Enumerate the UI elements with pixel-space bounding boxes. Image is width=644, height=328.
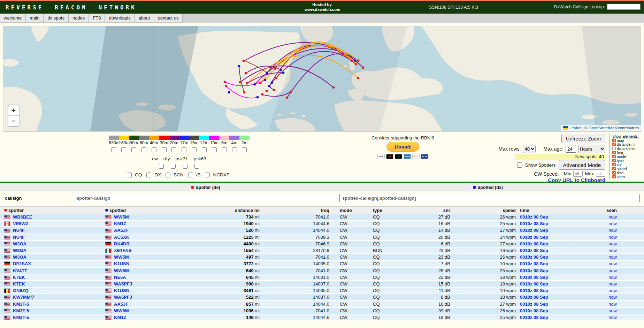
spotter-callsign-link[interactable]: KM3T-5 <box>13 308 29 313</box>
spotter-callsign-link[interactable]: W3OA <box>13 241 26 246</box>
zoom-in-button[interactable]: + <box>8 105 19 116</box>
seen-link[interactable]: now <box>608 302 617 307</box>
spotted-callsign-link[interactable]: WW5M <box>114 254 129 260</box>
time-link[interactable]: 0010z 08 Sep <box>520 254 548 260</box>
world-map[interactable]: + − Leaflet | © OpenStreetMap contributo… <box>3 26 641 131</box>
band-checkbox-12m[interactable] <box>202 147 207 152</box>
spotted-callsign-link[interactable]: WW5M <box>114 268 129 273</box>
nav-item-main[interactable]: main <box>26 14 44 23</box>
seen-link[interactable]: now <box>608 248 617 253</box>
seen-link[interactable]: now <box>608 214 617 220</box>
seen-link[interactable]: now <box>608 241 617 246</box>
seen-link[interactable]: now <box>608 235 617 240</box>
spotter-callsign-link[interactable]: K7EK <box>13 275 25 280</box>
mode-checkbox-psk31[interactable] <box>183 164 187 169</box>
spotter-map-dot[interactable] <box>357 60 360 62</box>
nav-item-downloads[interactable]: downloads <box>105 14 135 23</box>
spotter-callsign-link[interactable]: K7EK <box>13 281 25 287</box>
time-link[interactable]: 0010z 08 Sep <box>520 235 548 240</box>
time-link[interactable]: 0010z 08 Sep <box>520 295 548 300</box>
callsign-lookup-input[interactable] <box>607 4 641 10</box>
spotted-callsign-link[interactable]: WW5M <box>114 214 129 220</box>
spotter-callsign-link[interactable]: KW7MM/7 <box>13 295 34 300</box>
show-element-checkbox-snr[interactable] <box>612 163 616 166</box>
spotter-map-dot[interactable] <box>362 67 365 69</box>
time-link[interactable]: 0010z 08 Sep <box>520 214 548 220</box>
band-checkbox-6m[interactable] <box>222 147 227 152</box>
seen-link[interactable]: now <box>608 228 617 233</box>
osm-link[interactable]: OpenStreetMap <box>589 126 617 130</box>
spotter-callsign-input[interactable] <box>74 194 337 202</box>
spotter-map-dot[interactable] <box>243 91 246 94</box>
advanced-mode-button[interactable]: Advanced Mode <box>559 160 605 170</box>
type-checkbox-DX[interactable] <box>146 173 151 177</box>
show-element-checkbox-speed[interactable] <box>612 167 616 170</box>
spotted-callsign-link[interactable]: WW5M <box>114 308 129 313</box>
nav-item-contact-us[interactable]: contact us <box>154 14 183 23</box>
leaflet-link[interactable]: Leaflet <box>569 126 582 130</box>
mode-checkbox-psk63[interactable] <box>194 164 199 169</box>
spotter-map-dot[interactable] <box>274 68 277 70</box>
spotter-map-dot[interactable] <box>225 85 228 87</box>
spotted-map-dot[interactable] <box>228 91 230 94</box>
spotted-map-dot[interactable] <box>268 85 271 87</box>
spotter-callsign-link[interactable]: KV4TT <box>13 268 27 273</box>
spotter-callsign-link[interactable]: W3OA <box>13 254 26 260</box>
spotter-map-dot[interactable] <box>224 81 226 83</box>
type-checkbox-NCDXF[interactable] <box>205 173 210 177</box>
spotter-map-dot[interactable] <box>266 90 268 92</box>
time-link[interactable]: 0010z 08 Sep <box>520 308 548 313</box>
spotter-map-dot[interactable] <box>332 86 335 89</box>
spotter-map-dot[interactable] <box>245 72 247 75</box>
nav-item-nodes[interactable]: nodes <box>69 14 89 23</box>
donate-button[interactable]: Donate <box>386 142 419 152</box>
band-checkbox-2m[interactable] <box>242 147 247 152</box>
spotter-map-dot[interactable] <box>286 97 289 99</box>
seen-link[interactable]: now <box>608 275 617 280</box>
spotted-map-dot[interactable] <box>282 72 285 74</box>
spotted-map-dot[interactable] <box>271 82 273 84</box>
seen-link[interactable]: now <box>608 288 617 293</box>
spotter-map-dot[interactable] <box>239 81 242 84</box>
spotted-map-dot[interactable] <box>254 83 256 86</box>
time-link[interactable]: 0010z 08 Sep <box>520 268 548 273</box>
show-element-checkbox-type[interactable] <box>612 159 616 162</box>
band-checkbox-15m[interactable] <box>192 147 197 152</box>
spotter-map-dot[interactable] <box>259 82 262 84</box>
max-age-unit-select[interactable]: Hours <box>578 145 605 153</box>
spotter-map-dot[interactable] <box>261 93 264 96</box>
spotter-map-dot[interactable] <box>342 53 344 55</box>
spotter-map-dot[interactable] <box>290 91 292 93</box>
show-element-checkbox-freq[interactable] <box>612 151 616 154</box>
spotter-callsign-link[interactable]: KM3T-5 <box>13 302 29 307</box>
seen-link[interactable]: now <box>608 221 617 226</box>
band-checkbox-30m[interactable] <box>162 147 167 152</box>
time-link[interactable]: 0010z 08 Sep <box>520 221 548 226</box>
seen-link[interactable]: now <box>608 261 617 266</box>
type-checkbox-B[interactable] <box>188 173 193 177</box>
seen-link[interactable]: now <box>608 315 617 320</box>
spotter-callsign-link[interactable]: VE6WZ <box>13 221 29 226</box>
band-checkbox-10m[interactable] <box>212 147 217 152</box>
spotter-callsign-link[interactable]: NU4F <box>13 228 25 233</box>
seen-link[interactable]: now <box>608 254 617 260</box>
type-checkbox-BCN[interactable] <box>166 173 170 177</box>
spotted-map-dot[interactable] <box>256 96 259 99</box>
show-element-checkbox-distance-km[interactable] <box>612 147 616 150</box>
time-link[interactable]: 0010z 08 Sep <box>520 281 548 287</box>
spotted-callsign-link[interactable]: XE1FAS <box>114 248 131 253</box>
show-element-checkbox-seen[interactable] <box>612 175 616 178</box>
spotter-map-dot[interactable] <box>275 77 277 79</box>
band-checkbox-160m[interactable] <box>121 147 126 152</box>
spotted-callsign-link[interactable]: AA5JF <box>114 228 128 233</box>
band-checkbox-4m[interactable] <box>232 147 237 152</box>
spotter-map-dot[interactable] <box>243 60 245 62</box>
band-checkbox-40m[interactable] <box>152 147 156 152</box>
spotter-map-dot[interactable] <box>351 60 353 62</box>
spotted-callsign-link[interactable]: WA5PFJ <box>114 281 132 287</box>
spotted-callsign-link[interactable]: K1USN <box>114 261 129 266</box>
max-rows-select[interactable]: 40 <box>523 145 536 153</box>
spotted-map-dot[interactable] <box>354 60 356 62</box>
spotter-callsign-link[interactable]: WB6BEE <box>13 214 32 220</box>
spotter-callsign-link[interactable]: W3OA <box>13 248 26 253</box>
